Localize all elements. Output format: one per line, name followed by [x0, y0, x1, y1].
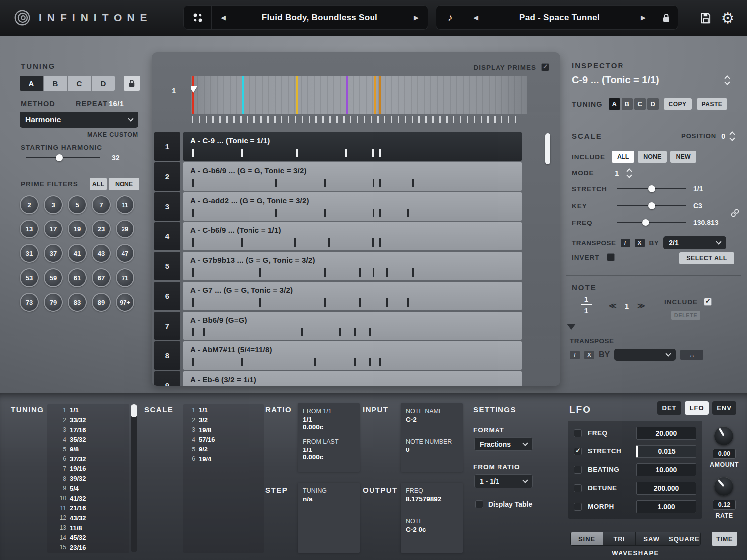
prime-filter-2[interactable]: 2: [20, 195, 39, 214]
copy-button[interactable]: COPY: [664, 98, 692, 110]
rate-value[interactable]: 0.12: [713, 500, 736, 510]
starting-harmonic-slider[interactable]: [26, 154, 100, 162]
scrollbar-thumb[interactable]: [131, 404, 137, 417]
scale-row[interactable]: 7A - Bb6/9 (G=G): [154, 312, 559, 340]
note-transpose-divide-button[interactable]: /: [570, 351, 580, 359]
list-item[interactable]: 11/1: [49, 405, 129, 415]
scrollbar-thumb[interactable]: [545, 133, 550, 164]
list-item[interactable]: 1311/8: [49, 523, 129, 533]
scale-row-body[interactable]: A - G7 ... (G = G, Tonic = 3/2): [183, 282, 522, 310]
freq-slider[interactable]: [617, 219, 686, 226]
tuning-lock-button[interactable]: [124, 76, 140, 91]
stretch-slider[interactable]: [617, 185, 686, 193]
inspector-tuning-tab-d[interactable]: D: [647, 98, 659, 110]
playhead-cursor[interactable]: [191, 86, 197, 93]
scale-row[interactable]: 5A - G7b9b13 ... (G = G, Tonic = 3/2): [154, 252, 559, 280]
prime-filter-53[interactable]: 53: [20, 268, 39, 287]
tab-lfo[interactable]: LFO: [685, 401, 709, 415]
chevron-down-icon[interactable]: [626, 172, 632, 178]
list-item[interactable]: 1523/16: [49, 543, 129, 553]
scale-row[interactable]: 8A - AbM7#11 (5/4=11/8): [154, 341, 559, 370]
scale-row-body[interactable]: A - G-add2 ... (G = G, Tonic = 3/2): [183, 192, 522, 221]
prime-filter-41[interactable]: 41: [68, 244, 87, 263]
prime-strip[interactable]: [191, 76, 527, 114]
list-item[interactable]: 95/4: [49, 484, 129, 494]
scale-row[interactable]: 1A - C-9 ... (Tonic = 1/1): [154, 132, 559, 161]
prime-filter-19[interactable]: 19: [68, 220, 87, 238]
format-dropdown[interactable]: Fractions: [474, 437, 533, 451]
lfo-beating-field[interactable]: 10.000: [636, 463, 696, 476]
scale-row[interactable]: 6A - G7 ... (G = G, Tonic = 3/2): [154, 282, 559, 310]
chevron-down-icon[interactable]: [729, 135, 735, 141]
prime-filter-67[interactable]: 67: [92, 268, 111, 287]
position-stepper[interactable]: [730, 132, 734, 140]
invert-checkbox[interactable]: [607, 253, 615, 261]
list-item[interactable]: 719/16: [49, 464, 129, 474]
waveshape-tri[interactable]: TRI: [603, 532, 635, 545]
prime-filter-7[interactable]: 7: [92, 195, 111, 214]
lfo-stretch-field[interactable]: 0.015: [636, 445, 696, 458]
list-item[interactable]: 11/1: [185, 405, 264, 415]
lfo-detune-checkbox[interactable]: [574, 484, 582, 492]
save-button[interactable]: [697, 9, 715, 27]
prime-filter-83[interactable]: 83: [68, 293, 87, 312]
scale-row-body[interactable]: A - Bb6/9 (G=G): [183, 312, 522, 340]
include-none-button[interactable]: NONE: [638, 151, 667, 163]
song-next-button[interactable]: ▶: [405, 14, 428, 21]
scale-row[interactable]: 2A - G-b6/9 ... (G = G, Tonic = 3/2): [154, 162, 559, 191]
patch-preset-title[interactable]: Pad - Space Tunnel: [487, 13, 632, 23]
tab-env[interactable]: ENV: [712, 401, 736, 415]
amount-value[interactable]: 0.00: [713, 449, 736, 459]
lfo-morph-checkbox[interactable]: [574, 503, 582, 511]
method-dropdown[interactable]: Harmonic: [20, 112, 138, 128]
lfo-detune-field[interactable]: 200.000: [636, 482, 696, 495]
time-button[interactable]: TIME: [712, 532, 737, 546]
lfo-morph-field[interactable]: 1.000: [636, 500, 696, 513]
slider-thumb[interactable]: [648, 185, 655, 192]
list-item[interactable]: 59/2: [185, 445, 264, 454]
prime-filter-5[interactable]: 5: [68, 195, 87, 214]
display-table-checkbox[interactable]: [475, 500, 483, 508]
patch-prev-button[interactable]: ◀: [464, 14, 487, 21]
rate-knob[interactable]: [714, 477, 733, 496]
transpose-multiply-button[interactable]: X: [635, 239, 645, 247]
slider-thumb[interactable]: [648, 202, 655, 209]
slider-thumb[interactable]: [56, 154, 63, 161]
tuning-tab-a[interactable]: A: [20, 76, 43, 91]
list-item[interactable]: 1445/32: [49, 533, 129, 543]
mode-stepper[interactable]: [627, 169, 631, 177]
preset-browser-button[interactable]: [184, 6, 212, 29]
note-stretch-button[interactable]: ↔: [680, 350, 703, 360]
scale-row-body[interactable]: A - C-9 ... (Tonic = 1/1): [183, 132, 522, 161]
prime-filter-43[interactable]: 43: [92, 244, 111, 263]
list-item[interactable]: 619/4: [185, 454, 264, 464]
song-preset-title[interactable]: Fluid Body, Boundless Soul: [235, 13, 405, 23]
note-prev-button[interactable]: ≪: [609, 301, 617, 310]
transpose-by-dropdown[interactable]: 2/1: [663, 236, 726, 249]
prime-filter-11[interactable]: 11: [116, 195, 134, 214]
waveshape-saw[interactable]: SAW: [636, 532, 668, 545]
inspector-tuning-tab-a[interactable]: A: [609, 98, 620, 110]
lfo-freq-field[interactable]: 20.000: [636, 427, 696, 440]
make-custom-button[interactable]: MAKE CUSTOM: [20, 131, 138, 138]
list-item[interactable]: 1041/32: [49, 493, 129, 503]
from-ratio-dropdown[interactable]: 1 - 1/1: [474, 474, 533, 488]
prime-filter-97+[interactable]: 97+: [116, 293, 134, 312]
list-item[interactable]: 839/32: [49, 474, 129, 484]
prime-filter-61[interactable]: 61: [68, 268, 87, 287]
scale-row-body[interactable]: A - C-b6/9 ... (Tonic = 1/1): [183, 222, 522, 250]
scale-row-body[interactable]: A - G7b9b13 ... (G = G, Tonic = 3/2): [183, 252, 522, 280]
scale-row-body[interactable]: A - Eb-6 (3/2 = 1/1): [183, 371, 522, 386]
paste-button[interactable]: PASTE: [697, 98, 728, 110]
settings-button[interactable]: ⚙: [719, 9, 737, 27]
list-item[interactable]: 435/32: [49, 435, 129, 445]
note-include-checkbox[interactable]: [704, 298, 712, 306]
waveshape-square[interactable]: SQUARE: [668, 532, 700, 545]
scale-list-scrollbar[interactable]: [545, 133, 550, 382]
prime-filters-all-button[interactable]: ALL: [90, 178, 107, 190]
patch-lock-button[interactable]: [655, 13, 678, 22]
key-freq-link-button[interactable]: [731, 209, 739, 219]
list-item[interactable]: 319/8: [185, 425, 264, 435]
note-next-button[interactable]: ≫: [637, 301, 645, 310]
note-delete-button[interactable]: DELETE: [671, 311, 700, 320]
